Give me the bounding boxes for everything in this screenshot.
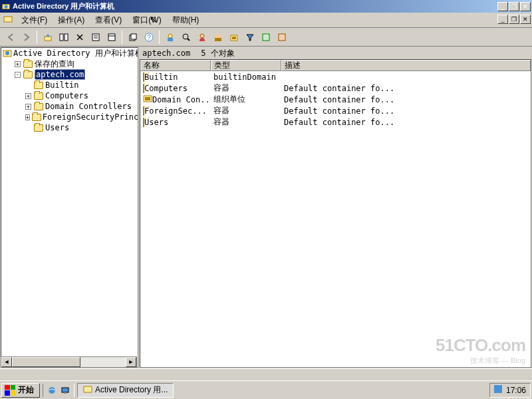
path-text: aptech.com (142, 49, 190, 58)
list-panel: aptech.com 5 个对象 名称 类型 描述 Builtinbuiltin… (140, 47, 531, 368)
svg-rect-6 (92, 34, 99, 41)
back-button[interactable] (3, 30, 18, 45)
list-view[interactable]: 名称 类型 描述 BuiltinbuiltinDomainComputers容器… (140, 59, 531, 368)
menu-window[interactable]: 窗口(W) (127, 13, 166, 27)
svg-rect-9 (108, 34, 115, 41)
cell-name: Users (144, 118, 168, 127)
tree-root[interactable]: Active Directory 用户和计算机 (1, 48, 138, 59)
list-row[interactable]: ForeignSec...容器Default container fo... (140, 105, 531, 116)
svg-text:?: ? (147, 34, 151, 41)
tree-item[interactable]: +Computers (1, 90, 138, 101)
svg-rect-22 (215, 38, 221, 41)
list-row[interactable]: Domain Con...组织单位Default container fo... (140, 94, 531, 105)
svg-rect-26 (279, 34, 285, 41)
new-object-button[interactable] (162, 30, 178, 45)
show-hide-button[interactable] (56, 30, 71, 45)
svg-point-1 (4, 5, 7, 8)
scroll-right-button[interactable]: ► (126, 357, 136, 367)
expand-toggle[interactable]: + (15, 61, 21, 67)
forward-button[interactable] (19, 30, 34, 45)
list-row[interactable]: Computers容器Default container fo... (140, 82, 531, 94)
expand-toggle[interactable]: + (25, 93, 31, 99)
properties-button[interactable] (88, 30, 103, 45)
tray-icon[interactable] (494, 385, 502, 395)
system-tray[interactable]: 17:06 (489, 383, 531, 398)
col-type[interactable]: 类型 (211, 60, 281, 71)
tree-item[interactable]: -aptech.com (1, 69, 138, 80)
extra-button-2[interactable] (274, 30, 289, 45)
task-label: Active Directory 用... (95, 384, 168, 396)
mdi-minimize-button[interactable]: _ (497, 15, 508, 24)
svg-rect-24 (232, 37, 236, 39)
separator (159, 31, 160, 44)
minimize-button[interactable]: _ (497, 2, 508, 11)
tree-item[interactable]: Users (1, 122, 138, 133)
start-button[interactable]: 开始 (1, 383, 40, 398)
restore-button[interactable]: ❐ (509, 2, 519, 11)
tree-item[interactable]: +Domain Controllers (1, 101, 138, 112)
svg-rect-16 (168, 38, 173, 41)
tree-panel[interactable]: Active Directory 用户和计算机 +保存的查询-aptech.co… (1, 47, 138, 368)
cell-desc: Default container fo... (281, 106, 531, 116)
titlebar: Active Directory 用户和计算机 _ ❐ ✕ (0, 0, 532, 13)
expand-toggle[interactable]: + (25, 104, 31, 110)
menu-action[interactable]: 操作(A) (53, 13, 90, 27)
export-button[interactable] (125, 30, 140, 45)
tree-item[interactable]: Builtin (1, 80, 138, 90)
svg-line-18 (188, 39, 190, 41)
mmc-icon (3, 14, 13, 27)
list-row[interactable]: Users容器Default container fo... (140, 116, 531, 128)
col-name[interactable]: 名称 (140, 60, 211, 71)
ie-icon[interactable] (46, 384, 58, 397)
task-button[interactable]: Active Directory 用... (77, 383, 174, 398)
ou-icon (143, 94, 152, 104)
tree-item-label: aptech.com (35, 69, 85, 80)
help-button[interactable]: ? (141, 30, 156, 45)
new-ou-button[interactable] (226, 30, 241, 45)
cell-name: Builtin (144, 72, 178, 82)
expand-toggle[interactable]: + (25, 114, 30, 120)
find-button[interactable] (178, 30, 194, 45)
status-bar (0, 368, 532, 380)
filter-button[interactable] (242, 30, 257, 45)
cell-name: ForeignSec... (144, 106, 207, 116)
new-group-button[interactable] (210, 30, 225, 45)
cursor-icon: ↖ (150, 14, 158, 25)
menu-help[interactable]: 帮助(H) (167, 13, 205, 27)
list-header: 名称 类型 描述 (140, 60, 531, 71)
cell-type: 容器 (211, 105, 281, 116)
delete-button[interactable] (72, 30, 87, 45)
svg-point-31 (49, 387, 55, 394)
tree-item[interactable]: +保存的查询 (1, 59, 138, 69)
expand-toggle[interactable]: - (15, 72, 21, 78)
new-user-button[interactable] (194, 30, 209, 45)
toolbar: ? (0, 28, 532, 47)
extra-button-1[interactable] (258, 30, 273, 45)
svg-point-21 (217, 34, 221, 37)
mdi-close-button[interactable]: ✕ (520, 15, 531, 24)
separator (37, 31, 37, 44)
col-desc[interactable]: 描述 (281, 60, 531, 71)
folder-icon (143, 72, 144, 82)
scroll-track[interactable] (12, 357, 126, 367)
cell-name: Computers (144, 84, 188, 93)
refresh-button[interactable] (104, 30, 119, 45)
up-button[interactable] (40, 30, 55, 45)
scroll-left-button[interactable]: ◄ (1, 357, 12, 367)
tree-item[interactable]: +ForeignSecurityPrincipal (1, 112, 138, 122)
mdi-restore-button[interactable]: ❐ (509, 15, 519, 24)
clock: 17:06 (506, 386, 526, 395)
tree-scrollbar[interactable]: ◄ ► (1, 356, 137, 368)
separator (122, 31, 122, 44)
quick-launch (43, 384, 74, 397)
list-row[interactable]: BuiltinbuiltinDomain (140, 71, 531, 82)
list-body: BuiltinbuiltinDomainComputers容器Default c… (140, 71, 531, 128)
tree-item-label: Builtin (45, 80, 79, 90)
menu-file[interactable]: 文件(F) (16, 13, 53, 27)
menu-view[interactable]: 查看(V) (90, 13, 127, 27)
svg-rect-32 (62, 388, 68, 392)
folder-icon (143, 84, 144, 93)
svg-rect-34 (84, 386, 92, 392)
close-button[interactable]: ✕ (520, 2, 531, 11)
desktop-icon[interactable] (59, 384, 71, 397)
